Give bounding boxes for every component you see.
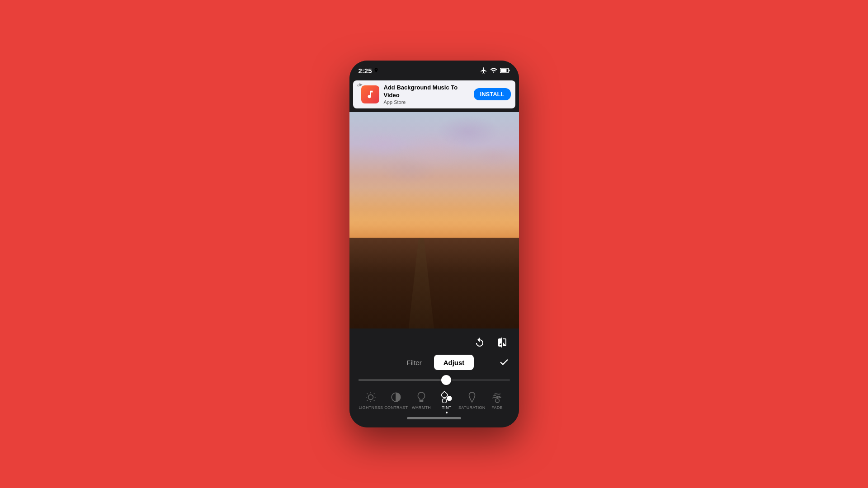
phone-container: 2:25 × ▶ bbox=[349, 61, 519, 427]
svg-line-6 bbox=[367, 394, 368, 394]
fade-icon bbox=[491, 391, 504, 404]
slider-track bbox=[359, 380, 510, 380]
compare-button[interactable] bbox=[495, 335, 510, 350]
confirm-button[interactable] bbox=[496, 355, 512, 370]
ad-title: Add Background Music To Video bbox=[384, 84, 469, 99]
fade-label: FADE bbox=[491, 405, 503, 410]
svg-line-7 bbox=[374, 400, 375, 401]
ground bbox=[349, 238, 519, 328]
battery-icon bbox=[500, 68, 510, 73]
adjust-button[interactable]: Adjust bbox=[434, 355, 474, 370]
time-display: 2:25 bbox=[359, 67, 372, 75]
field-path bbox=[409, 238, 434, 328]
ad-app-icon bbox=[361, 85, 379, 103]
status-icons bbox=[480, 67, 510, 74]
tint-label: TINT bbox=[442, 405, 451, 410]
checkmark-icon bbox=[499, 357, 509, 367]
tool-tint[interactable]: TINT bbox=[435, 391, 458, 413]
svg-point-15 bbox=[495, 399, 499, 403]
horizon-glow bbox=[349, 188, 519, 242]
svg-line-11 bbox=[374, 394, 375, 394]
svg-line-10 bbox=[367, 400, 368, 401]
saturation-label: SATURATION bbox=[458, 405, 486, 410]
ad-install-button[interactable]: INSTALL bbox=[474, 88, 511, 100]
ad-text-block: Add Background Music To Video App Store bbox=[384, 84, 469, 105]
tint-icon bbox=[440, 391, 453, 404]
wifi-icon bbox=[490, 67, 497, 74]
filter-button[interactable]: Filter bbox=[394, 355, 434, 370]
tool-contrast[interactable]: CONTRAST bbox=[384, 391, 408, 410]
reset-button[interactable] bbox=[472, 335, 487, 350]
tools-row: LIGHTNESS CONTRAST bbox=[357, 391, 512, 413]
filter-adjust-toggle: Filter Adjust bbox=[357, 355, 512, 370]
slider-fill bbox=[359, 380, 449, 380]
home-bar bbox=[407, 417, 461, 419]
saturation-icon bbox=[466, 391, 478, 404]
svg-rect-14 bbox=[420, 401, 423, 402]
reset-icon bbox=[474, 337, 485, 348]
slider-container[interactable] bbox=[359, 375, 510, 385]
contrast-label: CONTRAST bbox=[384, 405, 408, 410]
warmth-icon bbox=[415, 391, 428, 404]
music-icon bbox=[365, 89, 375, 99]
tool-fade[interactable]: FADE bbox=[486, 391, 509, 410]
contrast-icon bbox=[390, 391, 402, 404]
photo-area bbox=[349, 112, 519, 328]
icon-row bbox=[357, 333, 512, 355]
lightness-icon bbox=[364, 391, 377, 404]
svg-rect-2 bbox=[500, 69, 506, 72]
top-gap bbox=[349, 108, 519, 112]
location-icon bbox=[374, 68, 378, 73]
lightness-label: LIGHTNESS bbox=[359, 405, 383, 410]
tint-active-dot bbox=[446, 412, 448, 413]
tool-saturation[interactable]: SATURATION bbox=[460, 391, 484, 410]
warmth-label: WARMTH bbox=[412, 405, 431, 410]
compare-icon bbox=[497, 337, 508, 348]
airplane-icon bbox=[480, 67, 487, 74]
ad-banner[interactable]: × ▶ Add Background Music To Video App St… bbox=[353, 80, 515, 108]
tool-lightness[interactable]: LIGHTNESS bbox=[359, 391, 382, 410]
svg-rect-1 bbox=[509, 70, 509, 71]
svg-point-3 bbox=[368, 395, 373, 400]
ad-indicator: ▶ bbox=[359, 82, 363, 87]
slider-thumb[interactable] bbox=[441, 375, 451, 385]
home-indicator bbox=[357, 417, 512, 423]
status-time: 2:25 bbox=[359, 67, 378, 75]
tool-warmth[interactable]: WARMTH bbox=[410, 391, 433, 410]
photo-canvas bbox=[349, 112, 519, 328]
ad-subtitle: App Store bbox=[384, 99, 469, 105]
status-bar: 2:25 bbox=[349, 61, 519, 80]
bottom-toolbar: Filter Adjust bbox=[349, 328, 519, 427]
